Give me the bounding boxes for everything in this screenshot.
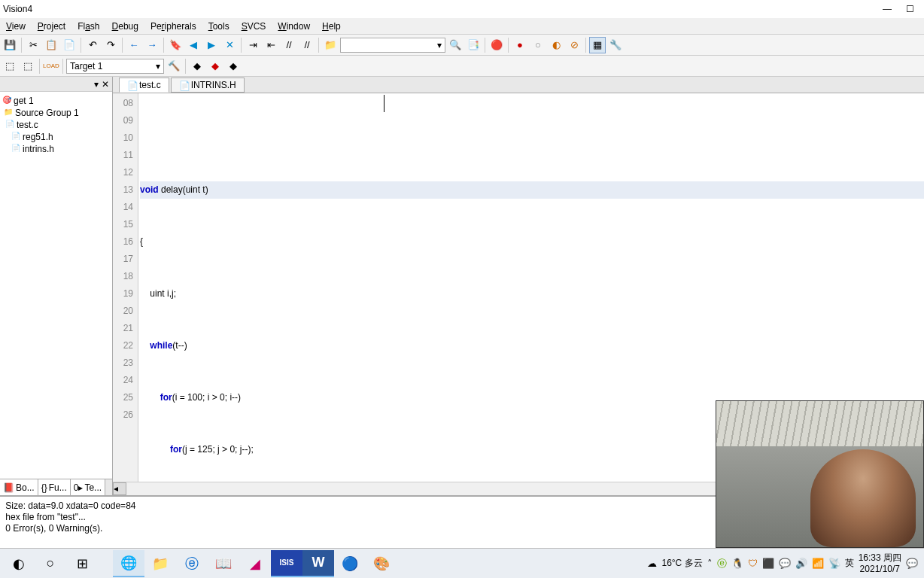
redo-icon[interactable]: ↷ xyxy=(102,37,119,53)
taskbar: ◐ ○ ⊞ 🌐 📁 ⓔ 📖 ◢ ISIS W 🔵 🎨 ☁ 16°C 多云 ˄ ⓔ… xyxy=(0,548,924,578)
cut-icon[interactable]: ✂ xyxy=(25,37,41,53)
panel-close-icon[interactable]: ✕ xyxy=(102,79,109,90)
titlebar: Vision4 — ☐ xyxy=(0,0,924,18)
outdent-icon[interactable]: ⇤ xyxy=(263,37,279,53)
chrome-icon[interactable]: 🔵 xyxy=(334,550,366,577)
folder-icon[interactable]: 📁 xyxy=(322,37,339,53)
clock[interactable]: 16:33 周四 2021/10/7 xyxy=(859,552,901,574)
bookmark-next-icon[interactable]: ▶ xyxy=(203,37,220,53)
wifi-icon[interactable]: 📡 xyxy=(828,558,840,569)
panel-header: ▾ ✕ xyxy=(0,77,112,92)
debug-icon[interactable]: 🔴 xyxy=(488,37,505,53)
reader-icon[interactable]: 📖 xyxy=(208,550,239,577)
tray-security-icon[interactable]: 🛡 xyxy=(748,558,758,569)
notifications-icon[interactable]: 💬 xyxy=(906,558,918,569)
tree-inc-reg51[interactable]: 📄reg51.h xyxy=(2,131,111,143)
code-line-10: { xyxy=(140,233,924,251)
text-cursor xyxy=(384,95,384,112)
project-tree[interactable]: 🎯get 1 📁Source Group 1 📄test.c 📄reg51.h … xyxy=(0,92,112,479)
menu-help[interactable]: Help xyxy=(322,21,341,32)
nav-back-icon[interactable]: ← xyxy=(126,37,142,53)
isis-icon[interactable]: ISIS xyxy=(271,550,302,577)
menu-tools[interactable]: Tools xyxy=(208,21,229,32)
editor-tabs: 📄test.c 📄INTRINS.H xyxy=(113,77,924,93)
bookmark-icon[interactable]: 🔖 xyxy=(167,37,184,53)
find-combo[interactable]: ▾ xyxy=(340,38,445,53)
tray-chevron-icon[interactable]: ˄ xyxy=(707,558,713,569)
menu-peripherals[interactable]: Peripherals xyxy=(150,21,196,32)
tree-group[interactable]: 📁Source Group 1 xyxy=(2,107,111,119)
tree-inc-intrins[interactable]: 📄intrins.h xyxy=(2,143,111,155)
toolbar-build: ⬚ ⬚ LOAD Target 1▾ 🔨 ◆ ◆ ◆ xyxy=(0,56,924,77)
copy-icon[interactable]: 📋 xyxy=(43,37,59,53)
explorer-icon[interactable]: 📁 xyxy=(144,550,176,577)
maximize-button[interactable]: ☐ xyxy=(904,4,915,14)
ime-indicator[interactable]: 英 xyxy=(845,557,854,570)
weather-text[interactable]: 16°C 多云 xyxy=(661,557,702,570)
tray-app1-icon[interactable]: ⓔ xyxy=(717,557,727,570)
volume-icon[interactable]: 🔊 xyxy=(795,558,807,569)
window-title: Vision4 xyxy=(3,4,32,14)
config-icon[interactable]: 🔧 xyxy=(607,37,624,53)
target-combo[interactable]: Target 1▾ xyxy=(66,59,164,74)
indent-icon[interactable]: ⇥ xyxy=(245,37,261,53)
menu-flash[interactable]: Flash xyxy=(78,21,99,32)
bp-enable-icon[interactable]: ○ xyxy=(530,37,546,53)
bookmark-prev-icon[interactable]: ◀ xyxy=(185,37,202,53)
comment-icon[interactable]: // xyxy=(281,37,297,53)
nav-fwd-icon[interactable]: → xyxy=(144,37,160,53)
bp-insert-icon[interactable]: ● xyxy=(512,37,528,53)
load-icon[interactable]: LOAD xyxy=(43,58,59,75)
pin-icon[interactable]: ▾ xyxy=(94,79,99,90)
bp-kill-icon[interactable]: ⊘ xyxy=(566,37,582,53)
tab-intrinsh[interactable]: 📄INTRINS.H xyxy=(171,78,245,93)
uncomment-icon[interactable]: // xyxy=(299,37,315,53)
app-icon-pink[interactable]: ◢ xyxy=(239,550,271,577)
menu-window[interactable]: Window xyxy=(278,21,310,32)
code-line-09: void delay(uint t) xyxy=(140,181,924,199)
find-in-files-icon[interactable]: 📑 xyxy=(465,37,482,53)
paint-icon[interactable]: 🎨 xyxy=(366,550,397,577)
manage-icon2[interactable]: ◆ xyxy=(207,58,223,75)
paste-icon[interactable]: 📄 xyxy=(61,37,78,53)
window-icon[interactable]: ▦ xyxy=(589,37,606,53)
menu-svcs[interactable]: SVCS xyxy=(242,21,266,32)
manage-icon3[interactable]: ◆ xyxy=(225,58,242,75)
ie-icon[interactable]: ⓔ xyxy=(176,550,208,577)
network-icon[interactable]: 📶 xyxy=(812,558,824,569)
tray-qq-icon[interactable]: 🐧 xyxy=(731,558,743,569)
tree-file-testc[interactable]: 📄test.c xyxy=(2,119,111,131)
save-all-icon[interactable]: 💾 xyxy=(2,37,18,53)
toolbar-file: 💾 ✂ 📋 📄 ↶ ↷ ← → 🔖 ◀ ▶ ✕ ⇥ ⇤ // // 📁 ▾ 🔍 … xyxy=(0,35,924,56)
tab-functions[interactable]: {}Fu... xyxy=(38,479,71,495)
scroll-left-icon[interactable]: ◂ xyxy=(113,482,126,495)
menu-view[interactable]: View xyxy=(6,21,26,32)
tray-msg-icon[interactable]: 💬 xyxy=(779,558,791,569)
edge-icon[interactable]: 🌐 xyxy=(113,550,144,577)
weather-icon[interactable]: ☁ xyxy=(647,558,657,569)
taskview-icon[interactable]: ⊞ xyxy=(66,550,98,577)
menubar: View Project Flash Debug Peripherals Too… xyxy=(0,18,924,35)
word-icon[interactable]: W xyxy=(302,550,334,577)
build-icon[interactable]: ⬚ xyxy=(20,58,36,75)
menu-debug[interactable]: Debug xyxy=(112,21,138,32)
bookmark-clear-icon[interactable]: ✕ xyxy=(221,37,238,53)
project-panel: ▾ ✕ 🎯get 1 📁Source Group 1 📄test.c 📄reg5… xyxy=(0,77,113,495)
tab-testc[interactable]: 📄test.c xyxy=(119,78,169,93)
options-icon[interactable]: 🔨 xyxy=(166,58,182,75)
find-icon[interactable]: 🔍 xyxy=(447,37,464,53)
line-gutter: 08 09 10 11 12 13 14 15 16 17 18 19 20 2… xyxy=(113,93,138,482)
bp-disable-icon[interactable]: ◐ xyxy=(548,37,564,53)
undo-icon[interactable]: ↶ xyxy=(84,37,101,53)
minimize-button[interactable]: — xyxy=(882,4,892,14)
code-line-12: while(t--) xyxy=(140,337,924,354)
menu-project[interactable]: Project xyxy=(38,21,65,32)
tree-target[interactable]: 🎯get 1 xyxy=(2,95,111,107)
search-icon[interactable]: ○ xyxy=(35,550,66,577)
manage-icon1[interactable]: ◆ xyxy=(189,58,205,75)
tab-books[interactable]: 📕Bo... xyxy=(0,479,38,495)
tray-shield-icon[interactable]: ⬛ xyxy=(762,558,774,569)
start-icon[interactable]: ◐ xyxy=(3,550,35,577)
tab-templates[interactable]: 0▸Te... xyxy=(71,479,105,495)
translate-icon[interactable]: ⬚ xyxy=(2,58,18,75)
